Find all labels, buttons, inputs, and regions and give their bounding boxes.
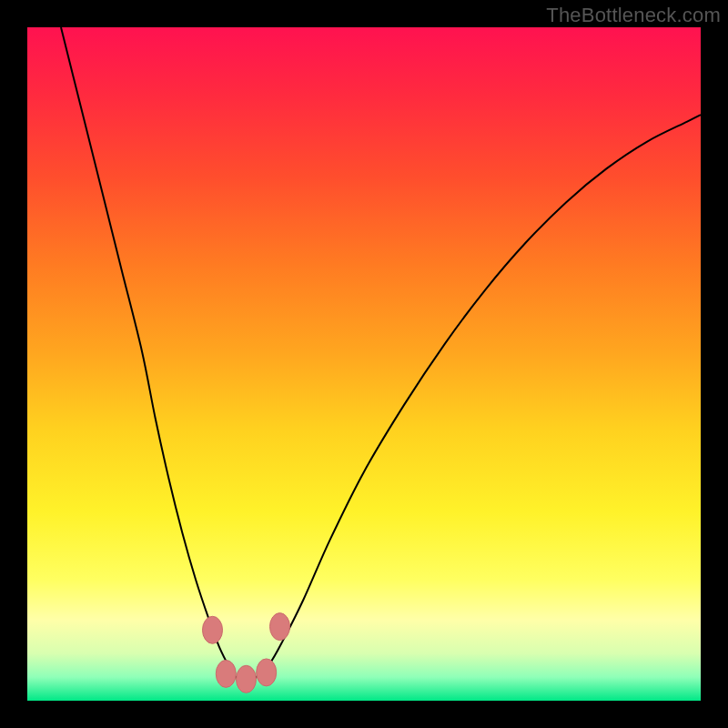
curve-marker: [237, 665, 257, 693]
curve-marker: [257, 659, 277, 686]
curve-marker: [270, 613, 290, 641]
chart-frame: [27, 27, 701, 701]
bottleneck-chart: [27, 27, 701, 701]
gradient-background: [27, 27, 701, 701]
curve-marker: [203, 616, 223, 643]
curve-marker: [216, 660, 236, 687]
watermark-text: TheBottleneck.com: [546, 4, 721, 27]
